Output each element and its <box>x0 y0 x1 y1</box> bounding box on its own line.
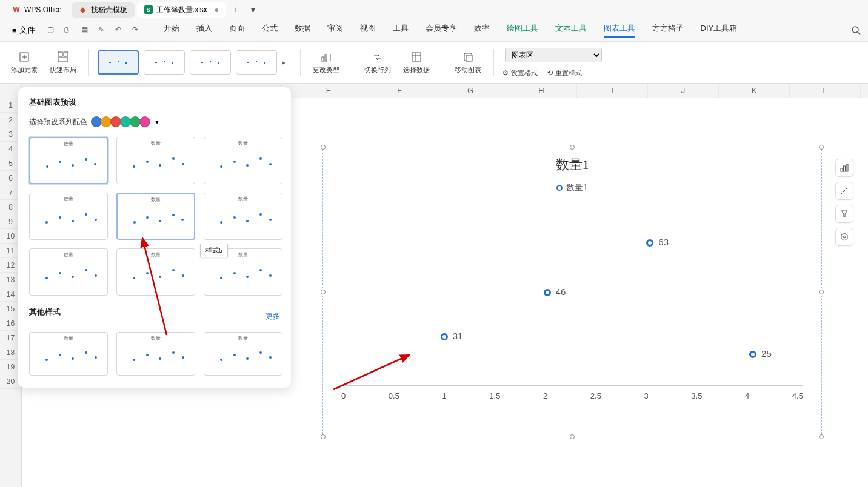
change-type-button[interactable]: 更改类型 <box>309 48 343 77</box>
quick-style-1[interactable] <box>98 50 139 75</box>
more-link[interactable]: 更多 <box>265 311 280 322</box>
column-header[interactable]: L <box>790 84 861 98</box>
ribbon-tab[interactable]: 审阅 <box>327 23 343 38</box>
chart-style-preset[interactable]: 数量 <box>116 193 195 240</box>
chart-legend[interactable]: 数量1 <box>323 182 821 193</box>
tab-wps-office[interactable]: W WPS Office <box>5 3 69 16</box>
ribbon-tab[interactable]: 开始 <box>164 23 179 38</box>
tab-active-document[interactable]: S 工作簿数量.xlsx ● <box>137 2 226 18</box>
color-palette[interactable] <box>92 116 150 127</box>
quick-layout-button[interactable]: 快速布局 <box>46 48 80 77</box>
tab-templates[interactable]: ◆ 找稻壳模板 <box>72 2 135 18</box>
chart-element-selector[interactable]: 图表区 <box>505 48 602 62</box>
undo-icon[interactable]: ↶ <box>115 25 125 35</box>
column-header[interactable]: I <box>577 84 648 98</box>
data-label: 63 <box>658 237 669 247</box>
x-axis <box>341 385 803 386</box>
ribbon-tab[interactable]: DIY工具箱 <box>701 23 738 38</box>
color-swatch[interactable] <box>139 116 150 127</box>
chart-filter-button[interactable] <box>835 205 853 223</box>
x-tick: 3 <box>644 391 649 400</box>
chart-style-preset[interactable]: 数量 <box>204 137 282 184</box>
tab-menu-button[interactable]: ▾ <box>245 5 260 15</box>
print-icon[interactable]: ⎙ <box>64 25 74 35</box>
column-header[interactable]: E <box>293 84 364 98</box>
resize-handle[interactable] <box>570 145 575 150</box>
format-painter-icon[interactable]: ✎ <box>98 25 108 35</box>
ribbon-tab[interactable]: 视图 <box>360 23 376 38</box>
ribbon-tab[interactable]: 公式 <box>262 23 278 38</box>
column-header[interactable]: J <box>648 84 719 98</box>
save-icon[interactable]: ▢ <box>47 25 57 35</box>
ribbon-tab[interactable]: 文本工具 <box>555 23 587 38</box>
chart-style-preset[interactable]: 数量 <box>29 137 108 184</box>
quick-style-2[interactable] <box>144 50 185 75</box>
chart-style-preset[interactable]: 数量 <box>116 248 195 296</box>
move-chart-button[interactable]: 移动图表 <box>451 48 485 77</box>
chart-settings-button[interactable] <box>835 228 853 246</box>
svg-rect-7 <box>58 58 68 62</box>
chart-area-dropdown[interactable]: 图表区 <box>505 48 602 62</box>
chart-style-preset[interactable]: 数量 <box>204 193 282 240</box>
ribbon-tab[interactable]: 效率 <box>474 23 490 38</box>
quick-style-3[interactable] <box>190 50 231 75</box>
scatter-point[interactable] <box>646 239 653 247</box>
file-menu[interactable]: ≡ 文件 <box>7 22 40 38</box>
chart-style-preset[interactable]: 数量 <box>116 137 195 184</box>
ribbon-tab[interactable]: 页面 <box>229 23 245 38</box>
switch-rowcol-button[interactable]: 切换行列 <box>361 48 395 77</box>
search-icon[interactable] <box>851 25 861 35</box>
chart-style-preset[interactable]: 数量 <box>29 248 108 296</box>
more-styles-button[interactable]: ▸ <box>282 58 292 67</box>
chart-title[interactable]: 数量1 <box>323 156 821 174</box>
ribbon-tab[interactable]: 方方格子 <box>652 23 684 38</box>
chart-elements-button[interactable] <box>835 159 853 177</box>
new-tab-button[interactable]: + <box>229 5 243 15</box>
embedded-chart[interactable]: 数量1 数量1 00.511.522.533.544.5 31466325 <box>322 147 822 437</box>
chart-style-preset[interactable]: 数量 <box>204 332 282 376</box>
ribbon-tab[interactable]: 数据 <box>295 23 310 38</box>
ribbon-tab[interactable]: 插入 <box>196 23 212 38</box>
chart-style-preset[interactable]: 数量 <box>29 332 108 376</box>
resize-handle[interactable] <box>819 290 824 294</box>
print-preview-icon[interactable]: ▤ <box>81 25 91 35</box>
column-header[interactable]: G <box>435 84 506 98</box>
reset-style-button[interactable]: ⟲重置样式 <box>547 68 582 78</box>
spreadsheet[interactable]: E F G H I J K L 123456789101112131415161… <box>0 84 868 487</box>
menu-bar: ≡ 文件 ▢ ⎙ ▤ ✎ ↶ ↷ 开始 插入 页面 公式 数据 审阅 视图 工具… <box>0 19 868 41</box>
ribbon-tab[interactable]: 绘图工具 <box>507 23 538 38</box>
button-label: 更改类型 <box>313 65 339 75</box>
column-header[interactable]: H <box>506 84 577 98</box>
data-label: 31 <box>453 331 463 341</box>
chart-brush-button[interactable] <box>835 182 853 200</box>
quick-style-4[interactable] <box>236 50 277 75</box>
gear-icon: ⚙ <box>502 69 509 77</box>
redo-icon[interactable]: ↷ <box>132 25 142 35</box>
svg-rect-9 <box>325 55 327 61</box>
ribbon-tab-active[interactable]: 图表工具 <box>604 23 635 38</box>
resize-handle[interactable] <box>321 290 326 294</box>
resize-handle[interactable] <box>321 434 326 439</box>
resize-handle[interactable] <box>819 145 824 150</box>
scatter-point[interactable] <box>749 351 756 358</box>
scatter-point[interactable] <box>544 289 551 296</box>
column-header[interactable]: K <box>719 84 790 98</box>
chart-style-preset[interactable]: 数量 <box>29 193 108 240</box>
resize-handle[interactable] <box>570 434 575 439</box>
chevron-down-icon[interactable]: ▾ <box>155 118 159 126</box>
svg-rect-6 <box>64 52 68 56</box>
select-data-button[interactable]: 选择数据 <box>399 48 433 77</box>
add-element-button[interactable]: 添加元素 <box>7 48 41 77</box>
column-header[interactable]: F <box>364 84 435 98</box>
ribbon-tab[interactable]: 工具 <box>393 23 409 38</box>
resize-handle[interactable] <box>819 434 824 439</box>
chart-style-preset[interactable]: 数量 <box>116 332 195 376</box>
resize-handle[interactable] <box>321 145 326 150</box>
ribbon-tabs: 开始 插入 页面 公式 数据 审阅 视图 工具 会员专享 效率 绘图工具 文本工… <box>164 23 738 38</box>
ribbon-tab[interactable]: 会员专享 <box>426 23 457 38</box>
set-format-button[interactable]: ⚙设置格式 <box>502 68 538 78</box>
x-tick: 1.5 <box>489 391 500 400</box>
other-preset-grid: 数量数量数量 <box>29 332 280 376</box>
chart-plot-area[interactable]: 00.511.522.533.544.5 31466325 <box>341 214 803 405</box>
scatter-point[interactable] <box>441 333 448 340</box>
